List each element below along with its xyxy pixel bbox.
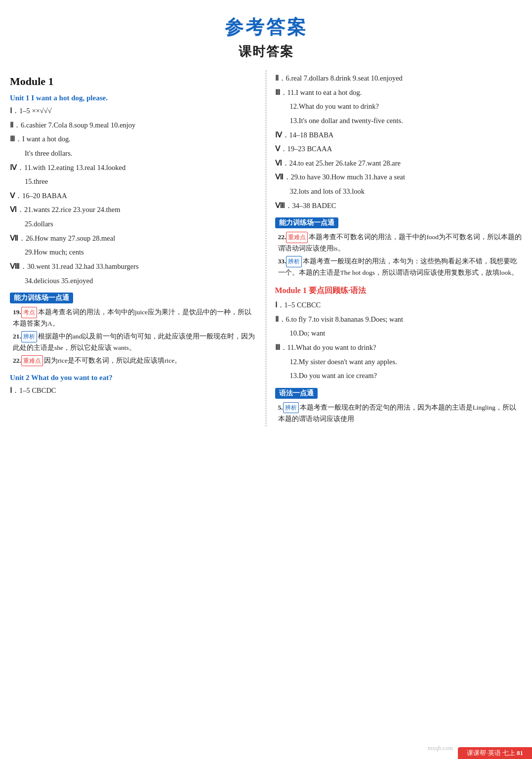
answer-line-r9: 32.lots and lots of 33.look bbox=[290, 185, 523, 198]
roman-VI-r: Ⅵ bbox=[275, 159, 282, 167]
answer-line-r10: Ⅷ．34–38 BADEC bbox=[275, 200, 523, 212]
section-VI-r-content: ．24.to eat 25.her 26.take 27.want 28.are bbox=[282, 159, 401, 167]
answer-line-u2: Ⅰ．1–5 CBCDC bbox=[10, 384, 257, 397]
section-V-content: ．16–20 BABAA bbox=[15, 192, 67, 200]
section-III-g-content2: 12.My sister doesn't want any apples. bbox=[290, 358, 397, 366]
roman-II-g: Ⅱ bbox=[275, 315, 279, 323]
section-V-r-content: ．19–23 BCAAA bbox=[280, 145, 332, 153]
section-III-content2: It's three dollars. bbox=[25, 149, 72, 157]
answer-line-r8: Ⅶ．29.to have 30.How much 31.have a seat bbox=[275, 171, 523, 183]
page-footer: 课课帮·英语 七上 81 bbox=[458, 747, 532, 759]
section-II-r-content: ．6.real 7.dollars 8.drink 9.seat 10.enjo… bbox=[279, 74, 403, 82]
answer-line-r1: Ⅱ．6.real 7.dollars 8.drink 9.seat 10.enj… bbox=[275, 72, 523, 84]
exp-text-r33: 本题考查一般现在时的用法，本句为：这些热狗看起来不错，我想要吃一个。本题的主语是… bbox=[278, 257, 519, 276]
explanation-r22: 22.重难点本题考查不可数名词的用法，题干中的food为不可数名词，所以本题的谓… bbox=[278, 232, 523, 254]
section-II-g-content2: 10.Do; want bbox=[290, 329, 326, 337]
module-title: Module 1 bbox=[10, 75, 257, 88]
explanation-g5: 5.辨析本题考查一般现在时的否定句的用法，因为本题的主语是Lingling，所以… bbox=[278, 402, 523, 425]
answer-line-g2: Ⅱ．6.to fly 7.to visit 8.bananas 9.Does; … bbox=[275, 313, 523, 326]
roman-II-r: Ⅱ bbox=[275, 74, 279, 82]
roman-VII-r: Ⅶ bbox=[275, 173, 284, 181]
left-column: Module 1 Unit 1 I want a hot dog, please… bbox=[10, 70, 266, 426]
section-IV-content: ．11.with 12.eating 13.real 14.looked bbox=[17, 164, 125, 171]
roman-VIII: Ⅷ bbox=[10, 262, 20, 270]
explanation-r33: 33.辨析本题考查一般现在时的用法，本句为：这些热狗看起来不错，我想要吃一个。本… bbox=[278, 256, 523, 279]
exp-tag: 重难点 bbox=[21, 355, 43, 366]
exp-text: 因为rice是不可数名词，所以此处应该填rice。 bbox=[44, 357, 181, 364]
exp-tag: 考点 bbox=[21, 307, 37, 318]
section-I-content: ．1–5 ××√√√ bbox=[12, 107, 52, 115]
answer-line-r6: Ⅴ．19–23 BCAAA bbox=[275, 143, 523, 155]
roman-V: Ⅴ bbox=[10, 192, 15, 200]
exp-text-g5: 本题考查一般现在时的否定句的用法，因为本题的主语是Lingling，所以本题的谓… bbox=[278, 404, 517, 422]
section-IV-content2: 15.three bbox=[25, 177, 48, 185]
watermark: mxqb.com bbox=[428, 745, 453, 752]
answer-line-r2: Ⅲ．11.I want to eat a hot dog. bbox=[275, 86, 523, 99]
section-III-g-content: ．11.What do you want to drink? bbox=[280, 343, 376, 351]
footer-label: 课课帮·英语 七上 bbox=[467, 749, 517, 757]
roman-V-r: Ⅴ bbox=[275, 145, 280, 153]
unit2-title: Unit 2 What do you want to eat? bbox=[10, 374, 257, 382]
answer-line: Ⅲ．I want a hot dog. bbox=[10, 133, 257, 145]
section-III-g-content3: 13.Do you want an ice cream? bbox=[290, 372, 377, 380]
grammar-note-box-text: 语法一点通 bbox=[279, 389, 314, 397]
exp-tag-r22: 重难点 bbox=[286, 232, 308, 243]
section-III-r-content2: 12.What do you want to drink? bbox=[290, 102, 379, 110]
module-grammar-title: Module 1 要点回顾练·语法 bbox=[275, 286, 523, 296]
ability-box-right: 能力训练场一点通 bbox=[275, 217, 338, 228]
module-grammar-title-text: Module 1 要点回顾练·语法 bbox=[275, 286, 366, 295]
section-VI-content2: 25.dollars bbox=[25, 220, 53, 228]
exp-tag-r33: 辨析 bbox=[286, 256, 302, 267]
roman-VI: Ⅵ bbox=[10, 206, 17, 213]
grammar-note-box-label: 语法一点通 bbox=[275, 388, 318, 399]
exp-number: 22. bbox=[13, 357, 21, 364]
section-III-content: ．I want a hot dog. bbox=[15, 135, 71, 143]
section-VII-content2: 29.How much; cents bbox=[25, 248, 84, 256]
section-VI-content: ．21.wants 22.rice 23.your 24.them bbox=[17, 206, 121, 213]
answer-line: 15.three bbox=[25, 175, 257, 188]
answer-line: 29.How much; cents bbox=[25, 246, 257, 258]
answer-line-r4: 13.It's one dollar and twenty-five cents… bbox=[290, 115, 523, 127]
exp-text: 根据题中的and以及前一句的语句可知，此处应该使用一般现在时，因为此处的主语是s… bbox=[13, 333, 255, 351]
section-III-r-content: ．11.I want to eat a hot dog. bbox=[280, 88, 362, 96]
section-I-u2-content: ．1–5 CBCDC bbox=[12, 386, 56, 394]
content-wrapper: Module 1 Unit 1 I want a hot dog, please… bbox=[0, 65, 532, 431]
exp-tag-g5: 辨析 bbox=[283, 402, 299, 413]
section-I-g-content: ．1–5 CCBCC bbox=[277, 301, 321, 309]
answer-line-g3: 10.Do; want bbox=[290, 327, 523, 339]
explanation-21: 21.辨析根据题中的and以及前一句的语句可知，此处应该使用一般现在时，因为此处… bbox=[13, 331, 257, 354]
answer-line: Ⅷ．30.went 31.read 32.had 33.hamburgers bbox=[10, 260, 257, 273]
roman-VIII-r: Ⅷ bbox=[275, 202, 285, 210]
exp-tag: 辨析 bbox=[21, 331, 37, 342]
answer-line: Ⅰ．1–5 ××√√√ bbox=[10, 105, 257, 117]
answer-line: It's three dollars. bbox=[25, 147, 257, 160]
exp-text-r22: 本题考查不可数名词的用法，题干中的food为不可数名词，所以本题的谓语动词应该使… bbox=[278, 233, 522, 252]
exp-number-r33: 33. bbox=[278, 257, 286, 265]
roman-IV-r: Ⅳ bbox=[275, 131, 282, 139]
title-main: 参考答案 bbox=[0, 15, 532, 40]
answer-line: Ⅶ．26.How many 27.soup 28.meal bbox=[10, 232, 257, 245]
answer-line: Ⅳ．11.with 12.eating 13.real 14.looked bbox=[10, 162, 257, 174]
exp-text: 本题考查名词的用法，本句中的juice应为果汁，是饮品中的一种，所以本题答案为A… bbox=[13, 308, 251, 327]
answer-line-g6: 13.Do you want an ice cream? bbox=[290, 370, 523, 382]
answer-line-g4: Ⅲ．11.What do you want to drink? bbox=[275, 341, 523, 354]
answer-line-r7: Ⅵ．24.to eat 25.her 26.take 27.want 28.ar… bbox=[275, 157, 523, 169]
title-sub: 课时答案 bbox=[0, 43, 532, 60]
section-VII-content: ．26.How many 27.soup 28.meal bbox=[18, 234, 115, 242]
answer-line: Ⅴ．16–20 BABAA bbox=[10, 190, 257, 202]
answer-line: Ⅵ．21.wants 22.rice 23.your 24.them bbox=[10, 204, 257, 216]
exp-number: 21. bbox=[13, 333, 21, 340]
section-VII-r-content: ．29.to have 30.How much 31.have a seat bbox=[284, 173, 406, 181]
explanation-22: 22.重难点因为rice是不可数名词，所以此处应该填rice。 bbox=[13, 355, 257, 367]
section-VIII-r-content: ．34–38 BADEC bbox=[285, 202, 336, 210]
answer-line-g5: 12.My sister doesn't want any apples. bbox=[290, 356, 523, 368]
answer-line: Ⅱ．6.cashier 7.Cola 8.soup 9.meal 10.enjo… bbox=[10, 119, 257, 131]
right-column: Ⅱ．6.real 7.dollars 8.drink 9.seat 10.enj… bbox=[266, 70, 523, 426]
answer-line-g1: Ⅰ．1–5 CCBCC bbox=[275, 299, 523, 311]
roman-III-r: Ⅲ bbox=[275, 88, 280, 96]
exp-number: 19. bbox=[13, 308, 21, 316]
section-VIII-content: ．30.went 31.read 32.had 33.hamburgers bbox=[20, 262, 139, 270]
answer-line: 25.dollars bbox=[25, 218, 257, 230]
section-VII-r-content2: 32.lots and lots of 33.look bbox=[290, 187, 365, 195]
section-VIII-content2: 34.delicious 35.enjoyed bbox=[25, 277, 93, 285]
